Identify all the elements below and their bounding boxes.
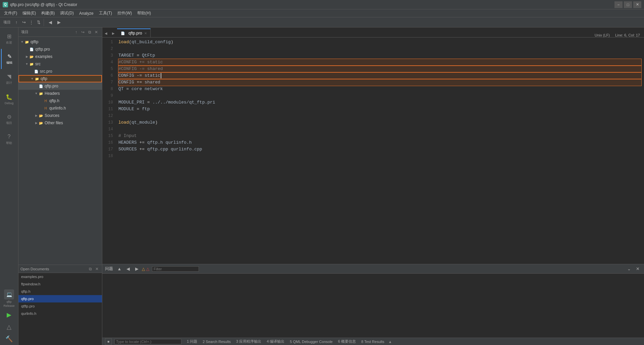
tree-item-qurlinfo-h[interactable]: H qurlinfo.h xyxy=(18,105,102,112)
menu-debug[interactable]: 调试(D) xyxy=(57,10,76,17)
bottom-panel-prev-btn[interactable]: ◀ xyxy=(124,265,132,273)
open-doc-ftpwindow-h[interactable]: ftpwindow.h xyxy=(18,280,102,288)
folder-open-icon: 📁 xyxy=(24,40,29,44)
open-doc-qftp-h[interactable]: qftp.h xyxy=(18,288,102,295)
bottom-panel-next-btn[interactable]: ▶ xyxy=(133,265,141,273)
h-file-icon-qftp: H xyxy=(43,98,48,103)
status-lock-button[interactable]: ■ xyxy=(105,338,112,345)
tree-label-qftp: qftp xyxy=(41,76,47,81)
toolbar-link[interactable]: ↪ xyxy=(20,19,28,26)
open-doc-label-qurlinfo-h: qurlinfo.h xyxy=(21,312,36,316)
close-button[interactable]: ✕ xyxy=(633,1,641,8)
tree-item-sources[interactable]: ▶ 📂 Sources xyxy=(18,112,102,119)
tree-item-other-files[interactable]: ▶ 📂 Other files xyxy=(18,119,102,127)
activity-welcome[interactable]: ⊞ 欢迎 xyxy=(1,29,17,49)
bottom-panel-content xyxy=(102,274,644,338)
sidebar-close-button[interactable]: ✕ xyxy=(93,29,99,35)
open-docs-panel: Open Documents ⧉ ✕ examples.pro ftpwindo… xyxy=(18,265,102,345)
tree-arrow-qftp: ▼ xyxy=(30,76,35,81)
debug-run-button[interactable]: △ xyxy=(3,321,15,333)
bottom-tab-issues[interactable]: 1 问题 xyxy=(185,338,199,345)
tree-item-qtftp-pro[interactable]: 📄 qtftp.pro xyxy=(18,46,102,53)
tree-label-other-files: Other files xyxy=(45,121,63,125)
help-icon: ? xyxy=(6,133,12,140)
filter-input[interactable] xyxy=(152,266,199,272)
tree-label-examples: examples xyxy=(35,54,52,59)
menu-edit[interactable]: 编辑(E) xyxy=(20,10,39,17)
activity-project[interactable]: ⊝ 项目 xyxy=(1,109,17,129)
build-button[interactable]: 🔨 xyxy=(3,333,15,345)
tree-arrow-examples: ▶ xyxy=(24,54,29,59)
open-docs-close-button[interactable]: ✕ xyxy=(94,266,100,272)
toolbar-split[interactable]: ⋮ xyxy=(28,19,35,26)
locate-input[interactable] xyxy=(114,339,181,344)
tree-item-qftp-h[interactable]: H qftp.h xyxy=(18,97,102,105)
open-doc-qtftp-pro[interactable]: qtftp.pro xyxy=(18,302,102,310)
device-panel[interactable]: 💻 qftp Release xyxy=(2,288,16,309)
tree-item-qftp-pro[interactable]: 📄 qftp.pro xyxy=(18,82,102,90)
sidebar-split-button[interactable]: ⧉ xyxy=(87,29,93,35)
menu-controls[interactable]: 控件(W) xyxy=(115,10,135,17)
run-button[interactable]: ▶ xyxy=(3,309,15,321)
sidebar-link-button[interactable]: ↪ xyxy=(80,29,86,35)
error-icon: △ xyxy=(146,267,149,271)
open-doc-qftp-pro[interactable]: qftp.pro xyxy=(18,295,102,302)
folder-icon-headers: 📁 xyxy=(39,91,43,96)
tree-item-src[interactable]: ▼ 📁 src xyxy=(18,60,102,68)
open-doc-examples-pro[interactable]: examples.pro xyxy=(18,273,102,280)
editor-content[interactable]: 1 2 3 4 5 6 7 8 9 10 11 12 13 14 15 16 1… xyxy=(102,38,644,264)
open-doc-qurlinfo-h[interactable]: qurlinfo.h xyxy=(18,310,102,317)
toolbar: 项目 ↑ ↪ ⋮ ⇅ ◀ ▶ xyxy=(0,17,644,27)
open-docs-list: examples.pro ftpwindow.h qftp.h qftp.pro… xyxy=(18,273,102,345)
minimize-button[interactable]: − xyxy=(614,1,623,8)
tab-nav-right[interactable]: ▶ xyxy=(110,29,117,37)
menu-file[interactable]: 文件(F) xyxy=(1,10,20,17)
maximize-button[interactable]: □ xyxy=(624,1,632,8)
menu-tools[interactable]: 工具(T) xyxy=(96,10,115,17)
pro-file-icon: 📄 xyxy=(29,47,34,52)
tree-label-sources: Sources xyxy=(45,113,59,118)
tab-nav-left[interactable]: ◀ xyxy=(102,29,110,37)
menu-analyze[interactable]: Analyze xyxy=(76,10,96,16)
tree-label-headers: Headers xyxy=(45,91,60,96)
tree-arrow-headers: ▼ xyxy=(34,91,39,96)
tree-item-qftp[interactable]: ▼ 📁 qftp xyxy=(18,75,102,82)
editor-tab-qftp-pro[interactable]: 📄 qftp.pro ✕ xyxy=(117,28,151,37)
bottom-panel-close-btn[interactable]: ✕ xyxy=(634,265,641,273)
bottom-tab-search[interactable]: 2 Search Results xyxy=(201,339,232,344)
status-bar-left: ■ xyxy=(105,338,181,345)
code-editor[interactable]: load(qt_build_config) TARGET = QtFtp #CO… xyxy=(116,38,644,264)
editor-encoding: Unix (LF) xyxy=(595,33,610,37)
code-line-6: CONFIG -= static xyxy=(118,72,641,79)
tab-close-button[interactable]: ✕ xyxy=(144,31,147,35)
bottom-panel-expand-btn[interactable]: ⌄ xyxy=(625,265,633,273)
toolbar-collapse[interactable]: ⇅ xyxy=(35,19,42,26)
window-controls: − □ ✕ xyxy=(614,1,641,8)
activity-edit-label: 编辑 xyxy=(6,61,12,65)
folder-icon-sources: 📂 xyxy=(39,113,43,118)
sidebar-nav-up-button[interactable]: ↑ xyxy=(73,29,79,35)
bottom-tab-compile[interactable]: 4 编译输出 xyxy=(265,338,286,345)
tree-item-src-pro[interactable]: 📄 src.pro xyxy=(18,68,102,75)
activity-edit[interactable]: ✎ 编辑 xyxy=(1,49,17,69)
open-docs-split-button[interactable]: ⧉ xyxy=(87,266,93,272)
bottom-tab-test[interactable]: 8 Test Results xyxy=(360,339,386,344)
bottom-panel-filter-btn[interactable]: ▲ xyxy=(116,265,123,273)
activity-help[interactable]: ? 帮助 xyxy=(1,129,17,149)
toolbar-nav-up[interactable]: ↑ xyxy=(13,19,20,26)
code-line-7: CONFIG += shared xyxy=(118,79,641,86)
bottom-panel-title: 问题 xyxy=(105,266,113,272)
menu-help[interactable]: 帮助(H) xyxy=(135,10,154,17)
activity-design[interactable]: ◥ 设计 xyxy=(1,69,17,89)
toolbar-forward[interactable]: ▶ xyxy=(55,19,63,26)
tree-item-qtftp[interactable]: ▼ 📁 qtftp xyxy=(18,38,102,46)
build-config-label: Release xyxy=(3,304,14,307)
tree-item-headers[interactable]: ▼ 📁 Headers xyxy=(18,90,102,97)
tree-item-examples[interactable]: ▶ 📂 examples xyxy=(18,53,102,60)
bottom-tab-summary[interactable]: 6 概要信息 xyxy=(337,338,357,345)
activity-debug[interactable]: 🐛 Debug xyxy=(1,89,17,109)
menu-build[interactable]: 构建(B) xyxy=(39,10,57,17)
toolbar-back[interactable]: ◀ xyxy=(47,19,54,26)
bottom-tab-app-output[interactable]: 3 应用程序输出 xyxy=(235,338,263,345)
bottom-tab-qml[interactable]: 5 QML Debugger Console xyxy=(288,339,334,344)
